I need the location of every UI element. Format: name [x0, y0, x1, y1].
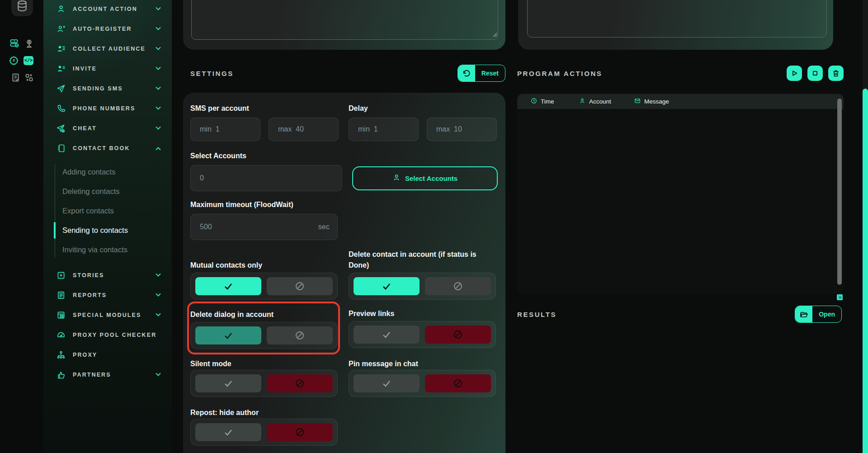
sidebar-item-stories[interactable]: STORIES	[43, 265, 172, 285]
submenu-item-deleting-contacts[interactable]: Deleting contacts	[43, 182, 172, 201]
silent-mode-label: Silent mode	[190, 359, 338, 369]
page-scrollbar-thumb[interactable]	[863, 89, 868, 453]
check-off-button[interactable]	[195, 374, 261, 392]
secondary-textarea[interactable]	[527, 0, 827, 38]
swap-icon[interactable]	[24, 72, 34, 82]
block-on-button[interactable]	[267, 374, 333, 392]
submenu-item-label: Adding contacts	[62, 168, 115, 176]
sidebar-item-reports[interactable]: REPORTS	[43, 285, 172, 305]
program-actions-header: PROGRAM ACTIONS	[517, 65, 844, 82]
submenu-item-inviting-via-contacts[interactable]: Inviting via contacts	[43, 240, 172, 260]
sidebar-item-contact-book[interactable]: CONTACT BOOK	[43, 138, 172, 158]
table-header-row: Time Account Message	[517, 94, 844, 109]
gear-icon[interactable]	[9, 55, 19, 65]
column-label: Account	[589, 98, 611, 105]
sidebar-item-label: COLLECT AUDIENCE	[73, 46, 146, 52]
person-icon	[56, 5, 66, 14]
notebook-icon	[56, 144, 66, 153]
delete-dialog-label: Delete dialog in account	[190, 309, 338, 320]
accounts-count-input[interactable]	[190, 165, 342, 191]
sidebar-item-account-action[interactable]: ACCOUNT ACTION	[43, 0, 172, 19]
block-on-button[interactable]	[425, 326, 491, 344]
table-resize-grip[interactable]: ⇲	[837, 294, 843, 300]
database-tile[interactable]	[11, 0, 33, 16]
repost-hide-author-toggle	[190, 419, 338, 446]
clipboard-check-icon[interactable]	[10, 72, 20, 82]
sidebar-item-label: INVITE	[73, 66, 97, 72]
open-button[interactable]: Open	[795, 306, 842, 323]
submenu-item-label: Export contacts	[62, 207, 114, 215]
mutual-contacts-label: Mutual contacts only	[190, 260, 338, 271]
report-list-icon	[56, 291, 66, 300]
sidebar-item-collect-audience[interactable]: COLLECT AUDIENCE	[43, 39, 172, 59]
resize-grip-icon[interactable]	[492, 31, 497, 39]
check-on-button[interactable]	[354, 277, 420, 295]
delay-max-input[interactable]	[427, 118, 497, 141]
delete-contact-label: Delete contact in account (if status is …	[349, 249, 494, 271]
page-scrollbar[interactable]	[863, 0, 868, 453]
table-scrollbar[interactable]	[837, 99, 842, 285]
delay-label: Delay	[349, 103, 494, 114]
trash-button[interactable]	[828, 66, 844, 81]
server-icon[interactable]	[9, 38, 19, 48]
sidebar-item-label: SENDING SMS	[73, 85, 123, 92]
open-label: Open	[812, 306, 841, 322]
submenu-item-label: Inviting via contacts	[62, 245, 127, 254]
clock-icon	[531, 98, 537, 105]
message-textarea[interactable]	[191, 0, 498, 40]
pin-message-toggle	[349, 370, 496, 397]
table-grid-icon	[56, 311, 66, 320]
sidebar-item-proxy-pool-checker[interactable]: PROXY POOL CHECKER	[43, 325, 172, 345]
submenu-item-adding-contacts[interactable]: Adding contacts	[43, 162, 172, 182]
database-icon	[16, 0, 28, 14]
column-time: Time	[531, 98, 579, 105]
chevron-down-icon	[156, 125, 160, 130]
sidebar-item-cheat[interactable]: CHEAT	[43, 118, 172, 138]
sidebar-item-phone-numbers[interactable]: PHONE NUMBERS	[43, 99, 172, 118]
play-button[interactable]	[787, 66, 802, 81]
check-off-button[interactable]	[354, 374, 420, 392]
block-on-button[interactable]	[267, 423, 333, 441]
chevron-down-icon	[156, 371, 160, 376]
submenu-item-export-contacts[interactable]: Export contacts	[43, 201, 172, 221]
sidebar-item-sending-sms[interactable]: SENDING SMS	[43, 79, 172, 99]
sidebar-item-auto-register[interactable]: AUTO-REGISTER	[43, 19, 172, 39]
block-off-button[interactable]	[267, 277, 333, 295]
sidebar-item-invite[interactable]: INVITE	[43, 59, 172, 79]
max-timeout-input[interactable]	[190, 214, 338, 240]
repost-hide-author-label: Repost: hide author	[190, 407, 505, 418]
submenu-item-sending-to-contacts[interactable]: Sending to contacts	[43, 221, 172, 240]
sms-min-input[interactable]	[190, 118, 260, 141]
reset-button[interactable]: Reset	[458, 65, 505, 82]
delay-min-input[interactable]	[349, 118, 419, 141]
pin-message-label: Pin message in chat	[349, 359, 494, 369]
person-network-icon[interactable]	[24, 38, 34, 48]
check-off-button[interactable]	[195, 423, 261, 441]
check-on-button[interactable]	[195, 326, 261, 344]
sidebar-item-label: PHONE NUMBERS	[73, 105, 135, 112]
code-window-icon[interactable]: </>	[24, 56, 33, 66]
chevron-down-icon	[156, 25, 160, 30]
block-on-button[interactable]	[425, 374, 491, 392]
stop-button[interactable]	[807, 66, 823, 81]
folder-icon	[795, 306, 812, 322]
envelope-icon	[634, 98, 641, 105]
block-off-button[interactable]	[267, 326, 333, 344]
chevron-down-icon	[156, 272, 160, 277]
preview-links-label: Preview links	[349, 308, 494, 319]
program-actions-column: PROGRAM ACTIONS Time Account	[517, 0, 844, 453]
check-off-button[interactable]	[354, 326, 420, 344]
results-header: RESULTS Open	[517, 306, 842, 323]
max-timeout-label: Maximum timeout (FloodWait)	[190, 199, 505, 210]
settings-card: SMS per account Delay	[183, 93, 505, 453]
sidebar-item-special-modules[interactable]: SPECIAL MODULES	[43, 305, 172, 325]
sidebar-item-proxy[interactable]: PROXY	[43, 345, 172, 365]
check-on-button[interactable]	[195, 277, 261, 295]
sms-max-input[interactable]	[269, 118, 339, 141]
sidebar-item-partners[interactable]: PARTNERS	[43, 365, 172, 385]
block-off-button[interactable]	[425, 277, 491, 295]
chevron-up-icon	[156, 147, 160, 152]
sidebar-item-label: CHEAT	[73, 125, 97, 132]
icon-rail: </>	[0, 0, 43, 453]
select-accounts-button[interactable]: Select Accounts	[352, 166, 498, 190]
